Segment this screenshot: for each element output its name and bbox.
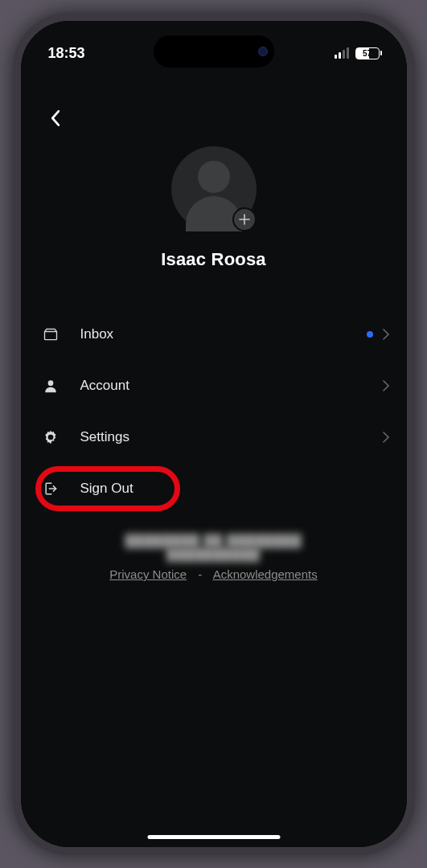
menu-item-settings[interactable]: Settings	[39, 411, 389, 463]
avatar-add-button[interactable]	[232, 207, 257, 231]
avatar[interactable]	[171, 146, 257, 231]
profile-name: Isaac Roosa	[161, 249, 266, 270]
phone-frame: 18:53 57	[13, 13, 415, 855]
unread-indicator-icon	[367, 331, 373, 338]
footer: ████████ ██ ████████ ██████████ Privacy …	[39, 534, 389, 581]
chevron-right-icon	[383, 380, 389, 391]
menu-item-label: Account	[80, 378, 129, 394]
side-button	[13, 278, 14, 334]
side-button	[13, 206, 14, 262]
menu: Inbox Account	[39, 309, 389, 514]
gear-icon	[42, 428, 60, 446]
battery-pct: 57	[363, 49, 372, 58]
svg-point-0	[47, 380, 53, 386]
sign-out-icon	[42, 480, 60, 497]
menu-item-label: Sign Out	[80, 481, 133, 497]
back-button[interactable]	[43, 106, 68, 130]
menu-item-account[interactable]: Account	[39, 360, 389, 411]
privacy-notice-link[interactable]: Privacy Notice	[109, 567, 187, 581]
screen: 18:53 57	[21, 21, 407, 847]
redacted-text: ██████████	[166, 547, 260, 561]
avatar-placeholder-icon	[198, 161, 230, 193]
acknowledgements-link[interactable]: Acknowledgements	[213, 567, 318, 581]
menu-item-label: Settings	[80, 429, 129, 445]
home-indicator[interactable]	[147, 835, 280, 839]
person-icon	[42, 377, 60, 395]
separator: -	[198, 567, 202, 581]
menu-item-label: Inbox	[80, 326, 114, 342]
chevron-right-icon	[383, 329, 389, 340]
status-bar: 18:53 57	[21, 21, 407, 69]
status-time: 18:53	[48, 45, 85, 62]
chevron-right-icon	[383, 432, 389, 443]
cellular-signal-icon	[335, 47, 349, 59]
menu-item-signout[interactable]: Sign Out	[39, 463, 389, 514]
profile-section: Isaac Roosa	[39, 146, 389, 270]
menu-item-inbox[interactable]: Inbox	[39, 309, 389, 360]
side-button	[13, 158, 14, 186]
battery-icon: 57	[355, 47, 380, 59]
redacted-text: ████████ ██ ████████	[125, 534, 302, 547]
content: Isaac Roosa Inbox	[21, 141, 407, 847]
inbox-icon	[42, 326, 60, 343]
plus-icon	[239, 214, 250, 225]
side-button	[413, 230, 415, 318]
chevron-left-icon	[50, 109, 60, 127]
status-right: 57	[335, 47, 380, 59]
